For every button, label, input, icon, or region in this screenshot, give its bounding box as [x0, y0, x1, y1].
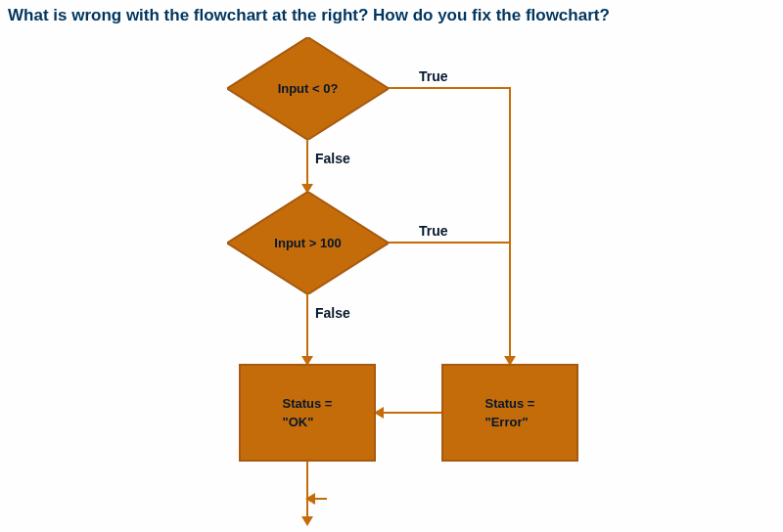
decision-input-gt-100: Input > 100	[227, 192, 389, 294]
question-text: What is wrong with the flowchart at the …	[0, 0, 783, 25]
decision-1-text: Input < 0?	[227, 37, 389, 140]
connectors	[0, 0, 783, 532]
decision-input-lt-0: Input < 0?	[227, 37, 389, 140]
edge-label-d1-false: False	[315, 151, 350, 166]
edge-label-d1-true: True	[419, 68, 448, 84]
process-status-ok: Status = "OK"	[239, 364, 376, 462]
edge-label-d2-true: True	[419, 223, 448, 239]
process-status-error: Status = "Error"	[441, 364, 578, 462]
edge-label-d2-false: False	[315, 305, 350, 321]
decision-2-text: Input > 100	[227, 192, 389, 294]
